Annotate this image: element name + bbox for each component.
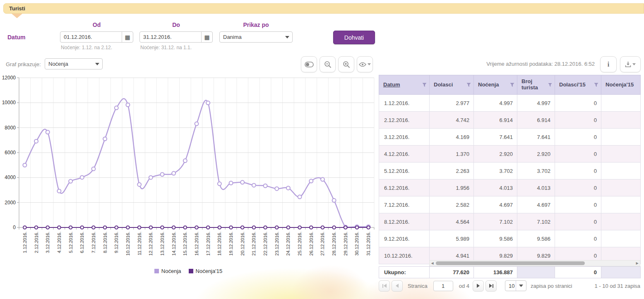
data-point-marker[interactable] [161,226,164,229]
export-button[interactable] [620,56,641,72]
series-visibility-button[interactable] [357,56,373,72]
previous-page-button[interactable] [392,280,403,292]
data-point-marker[interactable] [206,101,210,105]
data-point-marker[interactable] [34,139,38,143]
data-point-marker[interactable] [229,181,233,185]
first-page-button[interactable] [379,280,390,292]
column-header-dolasci[interactable]: Dolasci [430,75,474,95]
data-point-marker[interactable] [103,226,107,229]
data-point-marker[interactable] [207,226,210,229]
zoom-out-button[interactable] [320,56,336,72]
data-point-marker[interactable] [69,179,72,183]
calendar-icon[interactable]: ▦ [201,32,212,42]
calendar-icon[interactable]: ▦ [122,32,133,42]
data-point-marker[interactable] [286,186,290,190]
data-point-marker[interactable] [23,226,26,229]
column-header-no-enja[interactable]: Noćenja [474,75,517,95]
data-point-marker[interactable] [332,226,336,229]
x-axis-label: 17.12.2016. [206,232,211,256]
data-point-marker[interactable] [57,189,61,193]
data-point-marker[interactable] [229,226,233,229]
data-point-marker[interactable] [310,226,313,229]
data-point-marker[interactable] [103,137,107,141]
scrollbar-thumb[interactable] [436,261,585,265]
data-point-marker[interactable] [275,187,279,191]
info-icon: i [608,61,609,68]
grid-horizontal-scrollbar[interactable]: ◀ ▶ [429,260,640,266]
data-point-marker[interactable] [160,172,164,176]
data-point-marker[interactable] [137,183,141,187]
column-header-broj-turista[interactable]: Broj turista [517,75,555,95]
cell-value: 4.997 [517,95,555,112]
data-point-marker[interactable] [69,226,72,229]
data-point-marker[interactable] [218,226,221,229]
data-point-marker[interactable] [240,180,244,184]
column-header-dolasci-15[interactable]: Dolasci'15 [555,75,601,95]
data-point-marker[interactable] [218,182,221,186]
data-point-marker[interactable] [172,226,175,229]
data-point-marker[interactable] [252,183,256,187]
data-point-marker[interactable] [195,226,198,229]
column-header-no-enja-15[interactable]: Noćenja'15 [601,75,641,95]
data-point-marker[interactable] [138,226,141,229]
data-point-marker[interactable] [80,226,84,229]
data-point-marker[interactable] [92,226,95,229]
filter-icon[interactable] [594,83,598,87]
data-point-marker[interactable] [126,226,130,229]
data-point-marker[interactable] [367,226,370,229]
fetch-button[interactable]: Dohvati [333,31,375,44]
data-point-marker[interactable] [309,179,313,183]
legend-item[interactable]: Noćenja'15 [189,268,223,274]
filter-icon[interactable] [510,83,514,87]
date-from-input[interactable] [60,34,122,40]
page-size-select[interactable]: 10 [505,280,526,291]
data-point-marker[interactable] [46,226,49,229]
toggle-mode-button[interactable] [301,56,317,72]
data-point-marker[interactable] [184,226,187,229]
data-point-marker[interactable] [321,177,324,181]
filter-icon[interactable] [422,83,427,87]
data-point-marker[interactable] [356,226,359,229]
data-point-marker[interactable] [298,226,301,229]
data-point-marker[interactable] [172,172,175,175]
next-page-button[interactable] [473,280,484,292]
filter-icon[interactable] [466,83,471,87]
data-point-marker[interactable] [46,130,50,134]
data-point-marker[interactable] [241,226,244,229]
info-button[interactable]: i [600,56,617,72]
y-axis-label: 0 [13,225,16,230]
data-point-marker[interactable] [91,167,95,171]
scroll-right-icon[interactable]: ▶ [634,261,640,266]
data-point-marker[interactable] [23,163,26,167]
data-point-marker[interactable] [264,226,267,229]
legend-item[interactable]: Noćenja [154,268,181,274]
data-point-marker[interactable] [195,122,199,126]
data-point-marker[interactable] [80,175,84,179]
data-point-marker[interactable] [183,159,187,163]
data-point-marker[interactable] [35,226,38,229]
scroll-left-icon[interactable]: ◀ [430,261,435,266]
data-point-marker[interactable] [252,226,256,229]
data-point-marker[interactable] [275,226,279,229]
chart-canvas[interactable]: 0200040006000800010000120001.12.2016.2.1… [2,75,377,266]
filter-icon[interactable] [548,83,552,87]
date-to-input[interactable] [140,34,201,40]
data-point-marker[interactable] [264,184,267,188]
data-point-marker[interactable] [115,226,118,229]
data-point-marker[interactable] [332,199,336,202]
data-point-marker[interactable] [58,226,61,229]
data-point-marker[interactable] [126,103,130,107]
column-header-datum[interactable]: Datum [379,75,430,95]
data-point-marker[interactable] [149,226,152,229]
last-page-button[interactable] [485,280,497,292]
data-point-marker[interactable] [298,195,302,199]
data-point-marker[interactable] [321,226,324,229]
data-point-marker[interactable] [287,226,290,229]
data-point-marker[interactable] [115,106,118,110]
chart-series-select[interactable]: Noćenja [45,58,103,69]
page-number-input[interactable] [433,281,453,291]
data-point-marker[interactable] [149,176,153,179]
data-point-marker[interactable] [344,226,347,229]
zoom-in-button[interactable] [338,56,354,72]
prikaz-po-select[interactable]: Danima [219,31,293,43]
